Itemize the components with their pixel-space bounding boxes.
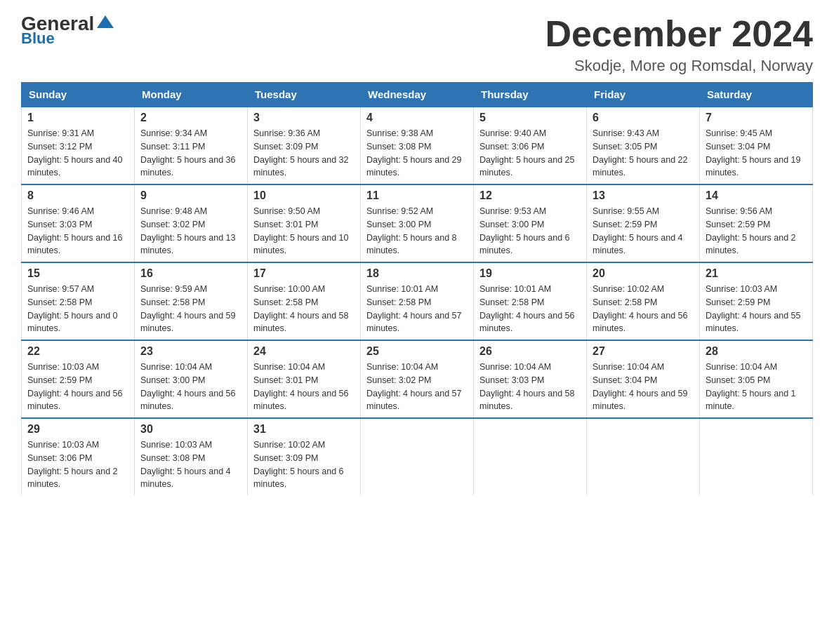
calendar-cell: 28Sunrise: 10:04 AMSunset: 3:05 PMDaylig… xyxy=(700,340,813,418)
day-info: Sunrise: 9:36 AMSunset: 3:09 PMDaylight:… xyxy=(253,127,355,180)
day-number: 26 xyxy=(479,345,581,358)
day-info: Sunrise: 10:02 AMSunset: 3:09 PMDaylight… xyxy=(253,438,355,491)
calendar-cell: 30Sunrise: 10:03 AMSunset: 3:08 PMDaylig… xyxy=(135,418,248,495)
day-info: Sunrise: 9:57 AMSunset: 2:58 PMDaylight:… xyxy=(27,283,128,335)
day-info: Sunrise: 10:04 AMSunset: 3:03 PMDaylight… xyxy=(479,361,581,413)
calendar-cell: 31Sunrise: 10:02 AMSunset: 3:09 PMDaylig… xyxy=(248,418,361,495)
calendar-cell xyxy=(474,418,587,495)
day-number: 20 xyxy=(593,267,694,280)
calendar-week-row: 1Sunrise: 9:31 AMSunset: 3:12 PMDaylight… xyxy=(22,107,813,185)
calendar-cell: 12Sunrise: 9:53 AMSunset: 3:00 PMDayligh… xyxy=(474,185,587,262)
calendar-cell xyxy=(587,418,700,495)
calendar-cell: 22Sunrise: 10:03 AMSunset: 2:59 PMDaylig… xyxy=(22,340,135,418)
col-header-friday: Friday xyxy=(587,83,700,107)
day-number: 31 xyxy=(253,423,355,436)
day-info: Sunrise: 10:04 AMSunset: 3:00 PMDaylight… xyxy=(140,361,241,413)
calendar-cell: 14Sunrise: 9:56 AMSunset: 2:59 PMDayligh… xyxy=(700,185,813,262)
calendar-header-row: SundayMondayTuesdayWednesdayThursdayFrid… xyxy=(22,83,813,107)
calendar-cell: 8Sunrise: 9:46 AMSunset: 3:03 PMDaylight… xyxy=(22,185,135,262)
day-info: Sunrise: 10:03 AMSunset: 2:59 PMDaylight… xyxy=(706,283,807,335)
col-header-thursday: Thursday xyxy=(474,83,587,107)
calendar-cell: 6Sunrise: 9:43 AMSunset: 3:05 PMDaylight… xyxy=(587,107,700,185)
calendar-cell: 24Sunrise: 10:04 AMSunset: 3:01 PMDaylig… xyxy=(248,340,361,418)
day-number: 3 xyxy=(253,112,355,124)
day-number: 25 xyxy=(366,345,468,358)
col-header-monday: Monday xyxy=(135,83,248,107)
day-info: Sunrise: 9:46 AMSunset: 3:03 PMDaylight:… xyxy=(27,205,128,257)
calendar-cell: 27Sunrise: 10:04 AMSunset: 3:04 PMDaylig… xyxy=(587,340,700,418)
day-number: 11 xyxy=(366,189,468,202)
day-info: Sunrise: 9:45 AMSunset: 3:04 PMDaylight:… xyxy=(706,127,807,180)
day-info: Sunrise: 9:34 AMSunset: 3:11 PMDaylight:… xyxy=(140,127,241,180)
day-info: Sunrise: 10:03 AMSunset: 2:59 PMDaylight… xyxy=(27,361,128,413)
day-number: 2 xyxy=(140,112,241,124)
logo: General Blue xyxy=(21,14,115,46)
calendar-cell: 23Sunrise: 10:04 AMSunset: 3:00 PMDaylig… xyxy=(135,340,248,418)
calendar-cell: 29Sunrise: 10:03 AMSunset: 3:06 PMDaylig… xyxy=(22,418,135,495)
day-number: 1 xyxy=(27,112,128,124)
calendar-cell: 4Sunrise: 9:38 AMSunset: 3:08 PMDaylight… xyxy=(361,107,474,185)
calendar-cell: 3Sunrise: 9:36 AMSunset: 3:09 PMDaylight… xyxy=(248,107,361,185)
day-number: 24 xyxy=(253,345,355,358)
day-info: Sunrise: 9:52 AMSunset: 3:00 PMDaylight:… xyxy=(366,205,468,257)
logo-icon xyxy=(95,13,115,32)
calendar-cell xyxy=(361,418,474,495)
col-header-saturday: Saturday xyxy=(700,83,813,107)
calendar-cell: 25Sunrise: 10:04 AMSunset: 3:02 PMDaylig… xyxy=(361,340,474,418)
day-info: Sunrise: 9:43 AMSunset: 3:05 PMDaylight:… xyxy=(593,127,694,180)
title-block: December 2024 Skodje, More og Romsdal, N… xyxy=(545,14,813,75)
day-number: 30 xyxy=(140,423,241,436)
calendar-week-row: 15Sunrise: 9:57 AMSunset: 2:58 PMDayligh… xyxy=(22,262,813,340)
calendar-cell: 17Sunrise: 10:00 AMSunset: 2:58 PMDaylig… xyxy=(248,262,361,340)
calendar-cell: 20Sunrise: 10:02 AMSunset: 2:58 PMDaylig… xyxy=(587,262,700,340)
day-number: 8 xyxy=(27,189,128,202)
day-info: Sunrise: 10:03 AMSunset: 3:06 PMDaylight… xyxy=(27,438,128,491)
calendar-cell: 21Sunrise: 10:03 AMSunset: 2:59 PMDaylig… xyxy=(700,262,813,340)
day-number: 28 xyxy=(706,345,807,358)
day-info: Sunrise: 10:01 AMSunset: 2:58 PMDaylight… xyxy=(479,283,581,335)
day-info: Sunrise: 9:53 AMSunset: 3:00 PMDaylight:… xyxy=(479,205,581,257)
day-info: Sunrise: 9:48 AMSunset: 3:02 PMDaylight:… xyxy=(140,205,241,257)
page-header: General Blue December 2024 Skodje, More … xyxy=(21,14,813,75)
day-number: 10 xyxy=(253,189,355,202)
day-number: 29 xyxy=(27,423,128,436)
calendar-cell: 13Sunrise: 9:55 AMSunset: 2:59 PMDayligh… xyxy=(587,185,700,262)
day-number: 18 xyxy=(366,267,468,280)
calendar-week-row: 8Sunrise: 9:46 AMSunset: 3:03 PMDaylight… xyxy=(22,185,813,262)
calendar-cell: 9Sunrise: 9:48 AMSunset: 3:02 PMDaylight… xyxy=(135,185,248,262)
day-number: 13 xyxy=(593,189,694,202)
col-header-tuesday: Tuesday xyxy=(248,83,361,107)
day-number: 4 xyxy=(366,112,468,124)
calendar-table: SundayMondayTuesdayWednesdayThursdayFrid… xyxy=(21,82,813,495)
day-number: 9 xyxy=(140,189,241,202)
col-header-wednesday: Wednesday xyxy=(361,83,474,107)
calendar-cell: 19Sunrise: 10:01 AMSunset: 2:58 PMDaylig… xyxy=(474,262,587,340)
day-number: 7 xyxy=(706,112,807,124)
calendar-cell: 2Sunrise: 9:34 AMSunset: 3:11 PMDaylight… xyxy=(135,107,248,185)
calendar-cell: 11Sunrise: 9:52 AMSunset: 3:00 PMDayligh… xyxy=(361,185,474,262)
calendar-cell: 18Sunrise: 10:01 AMSunset: 2:58 PMDaylig… xyxy=(361,262,474,340)
day-info: Sunrise: 10:04 AMSunset: 3:05 PMDaylight… xyxy=(706,361,807,413)
day-number: 16 xyxy=(140,267,241,280)
col-header-sunday: Sunday xyxy=(22,83,135,107)
day-number: 14 xyxy=(706,189,807,202)
day-number: 17 xyxy=(253,267,355,280)
calendar-cell: 16Sunrise: 9:59 AMSunset: 2:58 PMDayligh… xyxy=(135,262,248,340)
day-info: Sunrise: 10:00 AMSunset: 2:58 PMDaylight… xyxy=(253,283,355,335)
day-number: 19 xyxy=(479,267,581,280)
calendar-cell: 1Sunrise: 9:31 AMSunset: 3:12 PMDaylight… xyxy=(22,107,135,185)
logo-blue: Blue xyxy=(21,31,55,46)
day-info: Sunrise: 10:04 AMSunset: 3:01 PMDaylight… xyxy=(253,361,355,413)
day-info: Sunrise: 10:04 AMSunset: 3:04 PMDaylight… xyxy=(593,361,694,413)
day-info: Sunrise: 9:55 AMSunset: 2:59 PMDaylight:… xyxy=(593,205,694,257)
day-info: Sunrise: 10:03 AMSunset: 3:08 PMDaylight… xyxy=(140,438,241,491)
calendar-week-row: 29Sunrise: 10:03 AMSunset: 3:06 PMDaylig… xyxy=(22,418,813,495)
day-number: 15 xyxy=(27,267,128,280)
calendar-cell: 15Sunrise: 9:57 AMSunset: 2:58 PMDayligh… xyxy=(22,262,135,340)
location-title: Skodje, More og Romsdal, Norway xyxy=(545,57,813,75)
day-info: Sunrise: 10:01 AMSunset: 2:58 PMDaylight… xyxy=(366,283,468,335)
calendar-cell: 10Sunrise: 9:50 AMSunset: 3:01 PMDayligh… xyxy=(248,185,361,262)
day-info: Sunrise: 9:59 AMSunset: 2:58 PMDaylight:… xyxy=(140,283,241,335)
day-number: 22 xyxy=(27,345,128,358)
calendar-cell: 5Sunrise: 9:40 AMSunset: 3:06 PMDaylight… xyxy=(474,107,587,185)
